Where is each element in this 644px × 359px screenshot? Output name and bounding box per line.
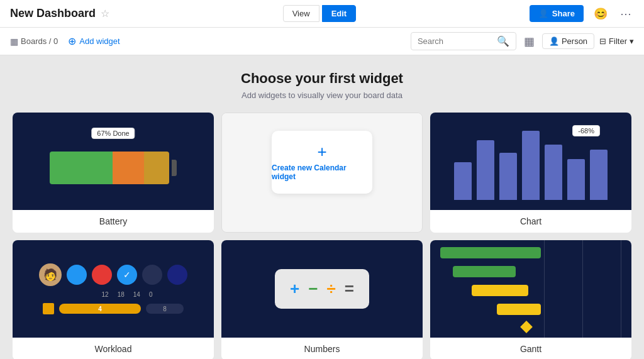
chart-bar-5 [545,145,562,200]
battery-segment-gold [144,152,169,184]
wl-label-3: 14 [133,291,140,298]
header-right: 👤 Share 😊 ⋯ [530,4,634,23]
more-button[interactable]: ⋯ [618,4,634,23]
table-view-button[interactable]: ▦ [521,32,537,51]
workload-bar-2-num: 8 [163,306,167,312]
widget-card-workload[interactable]: 🧑 ✓ 12 18 14 0 4 [13,240,214,359]
create-text-pre: Create new [272,163,314,172]
gantt-bar-1 [440,247,541,258]
breadcrumb: ▦ Boards / 0 [10,36,58,47]
chart-bar-3 [499,153,517,200]
minus-symbol: − [308,279,318,299]
gantt-row-2 [440,266,516,277]
battery-label: Battery [13,210,214,233]
edit-button[interactable]: Edit [322,5,357,22]
gantt-bar-4 [497,304,541,315]
gantt-bar-2 [453,266,516,277]
eq-symbol: = [345,279,354,299]
add-icon: ⊕ [68,35,76,47]
avatar-icon: 😊 [594,8,608,20]
filter-button[interactable]: ⊟ Filter ▾ [599,36,634,46]
avatar-button[interactable]: 😊 [591,4,610,23]
chart-label: Chart [430,210,631,233]
chevron-down-icon: ▾ [630,36,634,46]
create-text-link: Calendar [314,163,346,172]
chart-preview: -68% [430,113,631,210]
battery-body [50,152,169,184]
widget-card-gantt[interactable]: Gantt [430,240,631,359]
wl-label-4: 0 [149,291,153,298]
toolbar: ▦ Boards / 0 ⊕ Add widget 🔍 ▦ 👤 Person ⊟… [0,28,644,55]
toolbar-right: 🔍 ▦ 👤 Person ⊟ Filter ▾ [411,32,634,51]
plus-symbol: + [290,279,299,299]
gantt-row-3 [440,285,528,296]
widget-grid: 67% Done Battery + Create new Ca [13,113,631,359]
gantt-row-5 [440,323,531,331]
share-label: Share [552,9,575,18]
workload-dot-dark [142,265,162,285]
calendar-inner: + Create new Calendar widget [272,131,372,194]
plus-icon: + [317,143,326,160]
workload-label: Workload [13,338,214,359]
search-input[interactable] [418,36,493,46]
numbers-label: Numbers [221,338,423,359]
chart-bars [454,131,608,200]
widget-card-numbers[interactable]: + − ÷ = Numbers [221,240,423,359]
filter-icon: ⊟ [599,36,606,46]
calendar-preview: + Create new Calendar widget [222,113,422,211]
table-icon: ▦ [524,35,535,48]
battery-bar [50,152,177,184]
view-button[interactable]: View [283,5,319,22]
filter-label: Filter [609,36,627,46]
chart-bar-1 [454,162,472,200]
widget-card-chart[interactable]: -68% Chart [430,113,631,233]
toolbar-left: ▦ Boards / 0 ⊕ Add widget [10,35,120,47]
add-widget-button[interactable]: ⊕ Add widget [68,35,119,47]
numbers-calc: + − ÷ = [275,269,369,309]
battery-tooltip: 67% Done [91,128,135,139]
workload-bar-row: 4 8 [43,303,184,314]
search-box[interactable]: 🔍 [411,32,516,50]
div-symbol: ÷ [326,279,335,299]
app-header: New Dashboard ☆ View Edit 👤 Share 😊 ⋯ [0,0,644,28]
chart-tooltip: -68% [572,125,600,136]
battery-tip [172,160,177,176]
share-button[interactable]: 👤 Share [530,5,584,22]
gantt-bar-3 [472,285,528,296]
workload-bar-1: 4 [59,304,141,314]
breadcrumb-label: Boards / 0 [21,36,58,46]
add-widget-label: Add widget [79,36,119,46]
header-left: New Dashboard ☆ [10,7,109,20]
main-subtitle: Add widgets to visually view your board … [242,91,402,100]
page-title: New Dashboard [10,7,96,20]
person-button[interactable]: 👤 Person [542,33,594,49]
workload-bar-2: 8 [146,304,184,314]
battery-segment-green [50,152,113,184]
wl-label-1: 12 [102,291,109,298]
chart-bar-7 [590,150,608,200]
workload-labels: 12 18 14 0 [102,291,153,298]
main-title: Choose your first widget [241,70,403,87]
gantt-diamond [520,321,533,333]
wl-label-2: 18 [118,291,125,298]
person-label: Person [562,36,587,46]
workload-dot-red [92,265,112,285]
calendar-create-text: Create new Calendar widget [272,163,372,181]
header-center: View Edit [283,5,357,22]
workload-avatar: 🧑 [39,263,62,286]
workload-bar-1-num: 4 [98,306,102,312]
workload-square [43,303,54,314]
star-icon[interactable]: ☆ [101,8,109,19]
chart-bar-4 [522,131,540,200]
workload-preview: 🧑 ✓ 12 18 14 0 4 [13,240,214,338]
gantt-line-2 [582,240,583,338]
workload-dot-darkblue [167,265,187,285]
person-icon: 👤 [549,36,559,46]
chart-bar-2 [477,140,494,200]
board-icon: ▦ [10,36,18,47]
widget-card-battery[interactable]: 67% Done Battery [13,113,214,233]
workload-avatars-row: 🧑 ✓ [39,263,187,286]
search-icon: 🔍 [497,35,509,47]
widget-card-calendar[interactable]: + Create new Calendar widget [221,113,423,233]
gantt-row-4 [440,304,541,315]
